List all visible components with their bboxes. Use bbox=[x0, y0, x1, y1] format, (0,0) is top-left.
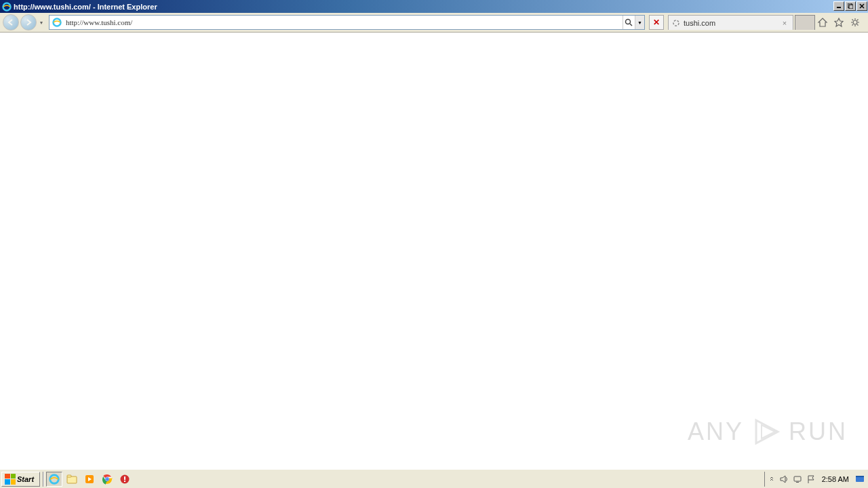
back-button[interactable] bbox=[3, 14, 19, 30]
svg-rect-21 bbox=[124, 481, 125, 482]
ie-logo-icon bbox=[1, 1, 12, 12]
taskbar-app-chrome[interactable] bbox=[99, 472, 115, 487]
maximize-button[interactable] bbox=[845, 1, 856, 11]
taskbar-app-shield[interactable] bbox=[117, 472, 133, 487]
watermark-text-left: ANY bbox=[688, 418, 744, 446]
taskbar-app-explorer[interactable] bbox=[64, 472, 80, 487]
page-content-area: ANY RUN bbox=[0, 33, 868, 469]
svg-point-9 bbox=[673, 20, 679, 26]
favorites-star-icon[interactable] bbox=[833, 16, 845, 28]
svg-rect-23 bbox=[796, 482, 799, 483]
loading-spinner-icon bbox=[671, 18, 681, 28]
window-title-bar: http://www.tushi.com/ - Internet Explore… bbox=[0, 0, 868, 13]
tray-expand-button[interactable] bbox=[768, 474, 776, 485]
start-label: Start bbox=[17, 475, 34, 483]
window-title: http://www.tushi.com/ - Internet Explore… bbox=[14, 3, 833, 11]
start-button[interactable]: Start bbox=[1, 472, 40, 487]
tab-current[interactable]: tushi.com × bbox=[668, 15, 793, 30]
anyrun-watermark: ANY RUN bbox=[688, 415, 848, 449]
window-controls bbox=[833, 0, 868, 13]
nav-history-dropdown[interactable]: ▼ bbox=[38, 15, 45, 30]
home-icon[interactable] bbox=[816, 16, 829, 28]
watermark-play-icon bbox=[749, 415, 783, 449]
tab-strip: tushi.com × bbox=[668, 15, 815, 30]
flag-icon[interactable] bbox=[806, 474, 816, 485]
search-button[interactable] bbox=[623, 16, 635, 29]
close-button[interactable] bbox=[856, 1, 867, 11]
taskbar-clock[interactable]: 2:58 AM bbox=[819, 475, 852, 483]
svg-rect-3 bbox=[849, 5, 853, 9]
watermark-text-right: RUN bbox=[789, 418, 848, 446]
system-tray: 2:58 AM bbox=[764, 472, 868, 487]
svg-rect-22 bbox=[794, 476, 801, 481]
svg-line-8 bbox=[630, 24, 632, 26]
new-tab-button[interactable] bbox=[795, 15, 815, 30]
minimize-button[interactable] bbox=[833, 1, 844, 11]
taskbar: Start 2:58 AM bbox=[0, 469, 868, 488]
page-favicon-icon bbox=[51, 16, 63, 28]
forward-button[interactable] bbox=[20, 14, 37, 30]
svg-rect-13 bbox=[67, 475, 71, 477]
svg-point-10 bbox=[853, 20, 857, 24]
tab-close-button[interactable]: × bbox=[781, 19, 789, 27]
windows-logo-icon bbox=[5, 474, 16, 485]
tab-label: tushi.com bbox=[684, 19, 778, 27]
taskbar-app-ie[interactable] bbox=[46, 472, 62, 487]
taskbar-app-media[interactable] bbox=[81, 472, 98, 487]
svg-rect-25 bbox=[856, 476, 864, 477]
tools-gear-icon[interactable] bbox=[849, 16, 861, 28]
stop-refresh-button[interactable]: ✕ bbox=[649, 15, 664, 30]
svg-point-7 bbox=[626, 19, 631, 24]
navigation-toolbar: ▼ ▼ ✕ tushi.com × bbox=[0, 13, 868, 33]
taskbar-divider bbox=[43, 472, 44, 487]
address-input[interactable] bbox=[64, 17, 623, 28]
search-dropdown-button[interactable]: ▼ bbox=[635, 16, 644, 29]
svg-rect-20 bbox=[124, 476, 125, 480]
show-desktop-icon[interactable] bbox=[854, 474, 865, 485]
address-bar: ▼ bbox=[49, 15, 645, 30]
tray-device-icon[interactable] bbox=[792, 474, 803, 485]
toolbar-right-icons bbox=[816, 16, 865, 28]
volume-icon[interactable] bbox=[778, 474, 789, 485]
svg-point-18 bbox=[106, 478, 108, 481]
